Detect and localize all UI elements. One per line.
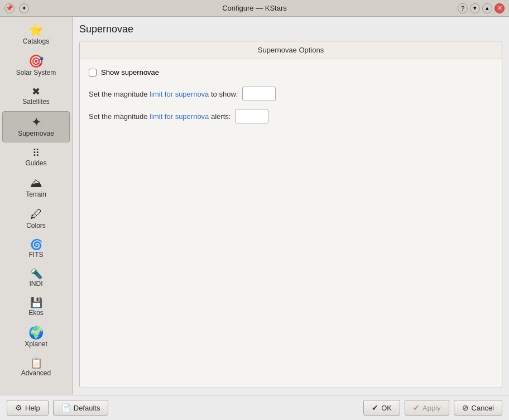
advanced-icon: 📋 (30, 358, 42, 368)
magnitude-show-label-link: limit for supernova (150, 90, 209, 98)
sidebar-label-ekos: Ekos (28, 309, 44, 317)
page-title: Supernovae (79, 23, 502, 35)
sidebar-label-solar-system: Solar System (16, 69, 56, 77)
magnitude-show-value[interactable]: 16 (243, 89, 276, 99)
titlebar-left: 📌 ✦ (4, 3, 29, 13)
main-layout: ⭐ Catalogs 🎯 Solar System ✖ Satellites ✦… (0, 17, 509, 395)
bottom-bar: ⚙ Help 📄 Defaults ✔ OK ✔ Apply ⊘ Cancel (0, 395, 509, 420)
sidebar-label-terrain: Terrain (26, 190, 46, 198)
ok-label: OK (381, 404, 392, 412)
show-supernovae-label: Show supernovae (101, 68, 159, 77)
sidebar-item-advanced[interactable]: 📋 Advanced (2, 354, 70, 381)
terrain-icon: ⛰ (30, 177, 42, 189)
titlebar-title: Configure — KStars (0, 4, 509, 12)
titlebar: 📌 ✦ Configure — KStars ? ▾ ▴ ✕ (0, 0, 509, 17)
xplanet-icon: 🌍 (28, 327, 44, 339)
guides-icon: ⠿ (32, 148, 40, 158)
magnitude-alert-label-suffix: alerts: (209, 112, 231, 121)
sidebar-item-guides[interactable]: ⠿ Guides (2, 144, 70, 171)
magnitude-show-label-prefix: Set the magnitude (89, 90, 150, 98)
help-icon: ⚙ (15, 403, 22, 412)
sidebar-item-solar-system[interactable]: 🎯 Solar System (2, 51, 70, 81)
close-btn[interactable]: ✕ (494, 3, 505, 13)
apply-button[interactable]: ✔ Apply (405, 400, 449, 416)
options-panel: Supernovae Options Show supernovae Set t… (79, 41, 502, 388)
sidebar-item-supernovae[interactable]: ✦ Supernovae (2, 111, 70, 142)
magnitude-alert-label: Set the magnitude limit for supernova al… (89, 112, 231, 121)
ok-icon: ✔ (372, 403, 378, 412)
indi-icon: 🔦 (30, 269, 42, 279)
fits-icon: 🌀 (30, 240, 42, 250)
supernovae-icon: ✦ (31, 116, 41, 128)
help-button[interactable]: ⚙ Help (7, 400, 49, 416)
help-label: Help (25, 404, 40, 412)
sidebar-item-catalogs[interactable]: ⭐ Catalogs (2, 20, 70, 50)
magnitude-show-label: Set the magnitude limit for supernova to… (89, 90, 238, 98)
magnitude-alert-label-link: limit for supernova (150, 112, 209, 121)
minimize-btn[interactable]: ▾ (470, 3, 480, 13)
defaults-icon: 📄 (61, 403, 71, 412)
magnitude-alert-value[interactable]: 13 (236, 111, 268, 122)
magnitude-show-row: Set the magnitude limit for supernova to… (89, 87, 493, 101)
cancel-button[interactable]: ⊘ Cancel (454, 400, 502, 416)
sidebar-item-fits[interactable]: 🌀 FITS (2, 235, 70, 263)
magnitude-show-label-suffix: to show: (209, 90, 238, 98)
catalogs-icon: ⭐ (28, 24, 44, 36)
magnitude-alert-spinbox: 13 ▲ ▼ (235, 109, 268, 123)
show-supernovae-row: Show supernovae (89, 68, 493, 77)
help-btn[interactable]: ? (458, 3, 468, 13)
sidebar-label-guides: Guides (25, 159, 46, 167)
cancel-icon: ⊘ (462, 403, 469, 412)
sidebar: ⭐ Catalogs 🎯 Solar System ✖ Satellites ✦… (0, 17, 73, 395)
magnitude-show-spinbox: 16 ▲ ▼ (242, 87, 276, 101)
magnitude-alert-row: Set the magnitude limit for supernova al… (89, 109, 493, 123)
sidebar-item-indi[interactable]: 🔦 INDI (2, 264, 70, 292)
titlebar-star-btn[interactable]: ✦ (19, 3, 29, 13)
sidebar-label-indi: INDI (30, 280, 43, 288)
panel-body: Show supernovae Set the magnitude limit … (80, 59, 502, 388)
sidebar-item-satellites[interactable]: ✖ Satellites (2, 82, 70, 110)
sidebar-item-colors[interactable]: 🖊 Colors (2, 204, 70, 234)
sidebar-label-catalogs: Catalogs (23, 37, 49, 45)
sidebar-item-terrain[interactable]: ⛰ Terrain (2, 173, 70, 203)
sidebar-item-ekos[interactable]: 💾 Ekos (2, 293, 70, 321)
titlebar-controls: ? ▾ ▴ ✕ (458, 3, 505, 13)
panel-title: Supernovae Options (80, 41, 502, 59)
sidebar-label-supernovae: Supernovae (18, 130, 54, 137)
sidebar-label-satellites: Satellites (22, 98, 50, 106)
ok-button[interactable]: ✔ OK (363, 400, 400, 416)
sidebar-label-colors: Colors (26, 222, 46, 230)
maximize-btn[interactable]: ▴ (482, 3, 492, 13)
ekos-icon: 💾 (30, 298, 42, 308)
sidebar-label-xplanet: Xplanet (25, 340, 47, 348)
sidebar-item-xplanet[interactable]: 🌍 Xplanet (2, 322, 70, 352)
defaults-button[interactable]: 📄 Defaults (53, 400, 109, 416)
defaults-label: Defaults (74, 404, 100, 412)
magnitude-alert-label-prefix: Set the magnitude (89, 112, 150, 121)
show-supernovae-checkbox[interactable] (89, 69, 97, 77)
cancel-label: Cancel (472, 404, 494, 412)
sidebar-label-advanced: Advanced (21, 369, 51, 377)
titlebar-pin-btn[interactable]: 📌 (4, 3, 15, 13)
solar-system-icon: 🎯 (28, 55, 44, 68)
sidebar-label-fits: FITS (29, 251, 44, 259)
apply-label: Apply (422, 404, 441, 412)
colors-icon: 🖊 (30, 208, 42, 221)
satellites-icon: ✖ (32, 87, 40, 97)
apply-icon: ✔ (413, 403, 420, 412)
content-area: Supernovae Supernovae Options Show super… (73, 17, 509, 395)
bottom-bar-right: ✔ OK ✔ Apply ⊘ Cancel (363, 400, 502, 416)
